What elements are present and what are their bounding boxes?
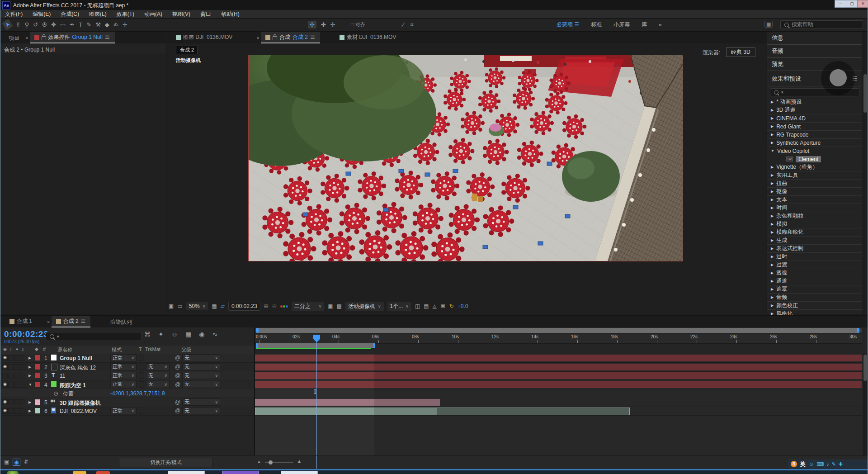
effect-group-4[interactable]: ▶RG Trapcode [767,131,862,139]
preserve-transparency-box[interactable] [139,381,144,388]
effect-group-2[interactable]: ▶CINEMA 4D [767,114,862,123]
comp-navigator-badge[interactable]: 合成 2 [176,46,198,54]
zoom-out-mountain-icon[interactable]: ▲ [257,460,261,464]
workspace-tab-0[interactable]: 必要项 ☰ [557,21,579,28]
layer-label-swatch[interactable] [35,382,40,387]
layer-duration-bar-3[interactable] [255,372,862,379]
lock-switch[interactable] [20,373,25,379]
twirl-icon[interactable]: ▶ [771,263,774,267]
resolution-dropdown[interactable]: 二分之一∨ [292,302,325,311]
lock-switch[interactable] [20,355,25,361]
expand-arrow[interactable]: ▶ [28,356,31,360]
track-area[interactable] [255,354,862,455]
current-time-field[interactable]: 0:00:02:23 [228,302,260,311]
solo-switch[interactable] [14,382,19,388]
layer-name[interactable]: 3D 跟踪器摄像机 [60,399,101,407]
twirl-icon[interactable]: ▶ [771,303,774,308]
column-header-trkmat[interactable]: TrkMat [145,346,160,352]
audio-switch[interactable] [8,399,14,405]
panel-menu-icon[interactable]: ☰ [81,318,86,324]
exposure-value[interactable]: +0.0 [458,303,468,309]
view-layout-dropdown[interactable]: 1个...∨ [387,302,411,311]
snap-checkbox[interactable]: □ 对齐 [351,21,365,28]
video-switch[interactable] [2,373,8,379]
twirl-icon[interactable]: ▶ [771,206,774,210]
layer-label-swatch[interactable] [35,373,40,378]
layer-label-swatch[interactable] [35,408,40,413]
windows-taskbar[interactable] [0,470,868,474]
time-ruler[interactable]: 0:00s02s04s06s08s10s12s14s16s18s20s22s24… [255,334,862,344]
parent-pickwhip-icon[interactable]: @ [175,408,180,414]
work-area-bar[interactable] [255,343,862,349]
hand-tool[interactable]: ✌ [16,21,21,28]
menu-item-5[interactable]: 动画(A) [144,10,162,18]
effect-group-3[interactable]: ▶Red Giant [767,123,862,131]
audio-switch[interactable] [8,382,14,388]
twirl-icon[interactable]: ▶ [771,190,774,194]
layer-label-swatch[interactable] [35,364,40,370]
layer-name[interactable]: 深灰色 纯色 12 [60,364,96,372]
work-area-region[interactable] [256,343,375,348]
graph-editor-icon[interactable]: ∿ [212,331,217,338]
toggle-switches-button[interactable]: 切换开关/模式 [119,458,213,467]
clone-stamp-tool[interactable]: ⚒ [95,21,101,28]
selection-tool[interactable]: ➤ [2,19,13,30]
panel-header-音频[interactable]: 音频 [767,45,862,58]
layer-row-3[interactable]: ▶3T11正常∨无∨@无∨ [0,371,254,380]
expand-arrow[interactable]: ▶ [28,365,31,369]
lock-switch[interactable] [20,408,25,414]
expand-arrow[interactable]: ▶ [28,374,31,378]
effect-group-1[interactable]: ▶3D 通道 [767,106,862,114]
timeline-button-icon[interactable]: ◬ [433,303,437,309]
twirl-icon[interactable]: ▶ [771,214,774,218]
effect-group-13[interactable]: ▶杂色和颗粒 [767,212,862,220]
solo-switch[interactable] [14,373,19,379]
pen-tool[interactable]: ✒ [70,21,75,28]
effect-group-6[interactable]: ▼Video Copilot [767,147,862,155]
type-tool[interactable]: T [79,21,82,28]
fast-preview-icon[interactable]: ▤ [424,303,429,309]
twirl-icon[interactable]: ▶ [771,165,774,169]
roto-brush-tool[interactable]: ✍ [113,21,118,28]
close-tab-icon[interactable]: × [47,320,50,325]
menu-item-8[interactable]: 帮助(H) [221,10,240,18]
show-snapshot-icon[interactable]: ✇ [272,303,277,309]
layer-row-1[interactable]: ◉▶1Group 1 Null正常∨@无∨ [0,354,254,363]
shy-icon[interactable]: ☺ [171,331,178,338]
close-tab-icon[interactable]: × [257,36,259,41]
effect-group-10[interactable]: ▶抠像 [767,188,862,196]
effect-group-18[interactable]: ▶过时 [767,253,862,261]
blend-mode-dropdown[interactable]: 正常∨ [110,354,137,361]
sogou-toolbox-icon[interactable]: ✚ [839,461,843,467]
parent-dropdown[interactable]: 无∨ [182,407,220,414]
preserve-transparency-box[interactable] [139,364,144,370]
property-name-position[interactable]: 位置 [63,390,74,398]
column-header-source[interactable]: 源名称 [57,346,72,353]
solo-switch[interactable] [14,399,19,405]
twirl-icon[interactable]: ▶ [771,124,774,128]
eye-icon[interactable]: ◉ [3,399,7,404]
layer-duration-bar-6[interactable] [255,408,630,415]
twirl-icon[interactable]: ▶ [771,108,774,112]
blend-mode-dropdown[interactable]: 正常∨ [110,363,137,370]
effect-group-15[interactable]: ▶模糊和锐化 [767,228,862,237]
effect-group-7[interactable]: ▶Vignette（暗角） [767,163,862,171]
workspace-tab-3[interactable]: 库 [642,21,647,28]
ime-mode-label[interactable]: 英 [800,460,806,468]
start-button[interactable] [7,471,19,474]
effect-group-9[interactable]: ▶扭曲 [767,180,862,188]
layer-name[interactable]: 跟踪为空 1 [60,382,86,389]
show-channels-icon[interactable] [280,305,288,308]
layer-name[interactable]: Group 1 Null [60,355,92,361]
twirl-icon[interactable]: ▶ [771,287,774,291]
layer-label-swatch[interactable] [35,355,40,360]
twirl-icon[interactable]: ▶ [771,230,774,234]
grid-guides-icon[interactable]: ▦ [212,303,217,309]
blend-mode-dropdown[interactable]: 正常∨ [110,407,137,414]
playhead-line[interactable] [316,336,317,469]
sogou-logo[interactable]: S [791,461,797,467]
region-of-interest-icon[interactable]: ▣ [328,303,333,309]
twirl-icon[interactable]: ▶ [771,279,774,283]
zoom-in-mountain-icon[interactable]: ▲ [297,458,302,465]
timeline-scrollbar[interactable] [863,354,868,455]
